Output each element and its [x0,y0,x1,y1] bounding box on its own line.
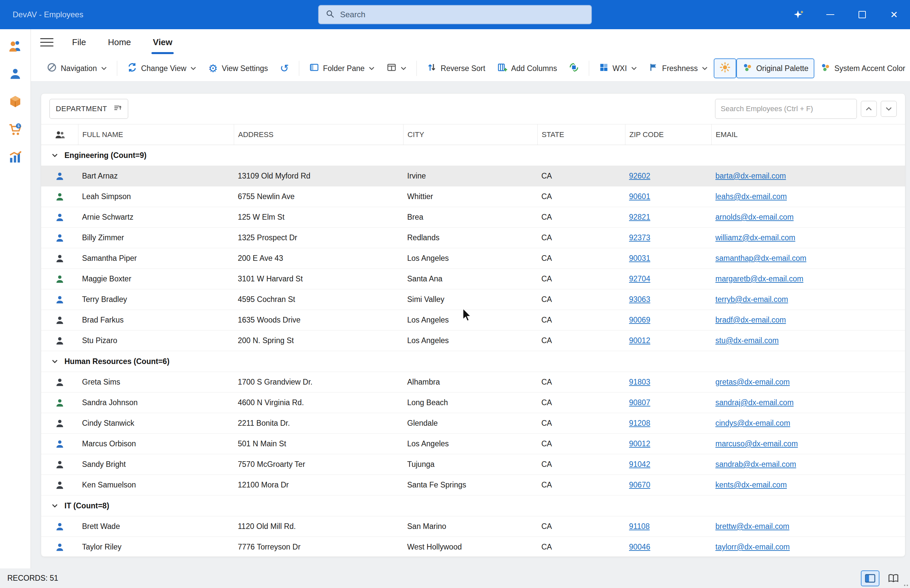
email-link[interactable]: kents@dx-email.com [716,480,787,489]
zip-link[interactable]: 90670 [629,480,650,489]
column-header-full-name[interactable]: FULL NAME [78,124,234,145]
zip-link[interactable]: 91803 [629,378,650,386]
person-icon [41,480,78,490]
zip-link[interactable]: 92704 [629,275,650,283]
email-link[interactable]: sandrab@dx-email.com [716,460,796,468]
folder-pane-button[interactable]: Folder Pane [303,58,381,78]
group-by-chip[interactable]: DEPARTMENT [50,99,128,119]
view-settings-button[interactable]: ⚙ View Settings [202,58,274,78]
table-row[interactable]: Sandra Johnson4600 N Virginia Rd.Long Be… [41,393,905,413]
email-link[interactable]: williamz@dx-email.com [716,233,795,242]
freshness-theme-button[interactable]: Freshness [643,58,714,78]
table-row[interactable]: Sandy Bright7570 McGroarty TerTujungaCA9… [41,454,905,475]
sidebar-item-sales[interactable]: $ [8,122,23,137]
table-row[interactable]: Bart Arnaz13109 Old Myford RdIrvineCA926… [41,166,905,186]
find-next-button[interactable] [881,101,897,117]
table-row[interactable]: Samantha Piper200 E Ave 43Los AngelesCA9… [41,248,905,269]
copilot-sparkle-icon[interactable] [782,0,814,29]
zip-link[interactable]: 90601 [629,192,650,201]
zip-link[interactable]: 90012 [629,439,650,448]
system-accent-color-button[interactable]: System Accent Color [814,58,910,78]
resize-grip[interactable] [904,582,908,586]
email-link[interactable]: sandraj@dx-email.com [716,398,794,407]
table-row[interactable]: Billy Zimmer1325 Prospect DrRedlandsCA92… [41,228,905,248]
sidebar-item-customers[interactable] [8,66,23,81]
column-header-email[interactable]: EMAIL [711,124,905,145]
table-row[interactable]: Taylor Riley7776 Torreyson DrWest Hollyw… [41,537,905,557]
column-header-state[interactable]: STATE [538,124,625,145]
email-link[interactable]: stu@dx-email.com [716,336,779,345]
zip-link[interactable]: 92602 [629,171,650,180]
zip-link[interactable]: 90807 [629,398,650,407]
sidebar-item-analytics[interactable] [8,150,23,165]
column-header-address[interactable]: ADDRESS [234,124,403,145]
group-header[interactable]: IT (Count=8) [41,496,905,516]
email-link[interactable]: gretas@dx-email.com [716,378,790,386]
table-row[interactable]: Cindy Stanwick2211 Bonita Dr.GlendaleCA9… [41,413,905,434]
chevron-down-icon[interactable] [51,358,58,365]
zip-link[interactable]: 91208 [629,419,650,427]
zip-link[interactable]: 91042 [629,460,650,468]
group-header[interactable]: Human Resources (Count=6) [41,351,905,372]
tab-file[interactable]: File [72,29,86,55]
reset-view-button[interactable]: ↺ [274,58,295,78]
table-row[interactable]: Maggie Boxter3101 W Harvard StSanta AnaC… [41,269,905,289]
maximize-button[interactable] [846,0,878,29]
add-columns-button[interactable]: Add Columns [491,58,563,78]
email-link[interactable]: barta@dx-email.com [716,171,786,180]
column-header-zip-code[interactable]: ZIP CODE [625,124,711,145]
zip-link[interactable]: 90031 [629,254,650,262]
zip-link[interactable]: 90069 [629,315,650,324]
original-palette-button[interactable]: Original Palette [736,58,814,78]
email-link[interactable]: arnolds@dx-email.com [716,213,794,221]
change-view-button[interactable]: Change View [121,58,202,78]
customize-columns-button[interactable] [563,58,585,78]
find-previous-button[interactable] [861,101,877,117]
close-button[interactable]: ✕ [878,0,910,29]
email-link[interactable]: leahs@dx-email.com [716,192,787,201]
hamburger-menu-icon[interactable] [40,36,53,49]
table-row[interactable]: Ken Samuelson12100 Mora DrSanta Fe Sprin… [41,475,905,496]
table-row[interactable]: Terry Bradley4595 Cochran StSimi ValleyC… [41,289,905,310]
list-view-toggle[interactable] [861,570,879,586]
group-header[interactable]: Engineering (Count=9) [41,145,905,166]
email-link[interactable]: cindys@dx-email.com [716,419,790,427]
zip-link[interactable]: 91108 [629,522,649,531]
wxi-theme-button[interactable]: WXI [593,58,643,78]
zip-link[interactable]: 92373 [629,233,650,242]
global-search-input[interactable] [340,10,585,19]
minimize-button[interactable] [814,0,846,29]
table-row[interactable]: Brad Farkus1635 Woods DriveLos AngelesCA… [41,310,905,331]
light-mode-button[interactable] [714,58,736,78]
sidebar-item-employees[interactable] [8,39,23,53]
table-row[interactable]: Stu Pizaro200 N. Spring StLos AngelesCA9… [41,331,905,351]
column-header-city[interactable]: CITY [403,124,538,145]
email-link[interactable]: samanthap@dx-email.com [716,254,806,262]
reading-view-toggle[interactable] [884,570,903,586]
table-row[interactable]: Marcus Orbison501 N Main StLos AngelesCA… [41,434,905,454]
table-row[interactable]: Brett Wade1120 Old Mill Rd.San MarinoCA9… [41,516,905,537]
email-link[interactable]: margaretb@dx-email.com [716,275,803,283]
navigation-button[interactable]: Navigation [41,58,113,78]
zip-link[interactable]: 90012 [629,336,650,345]
table-row[interactable]: Arnie Schwartz125 W Elm StBreaCA92821arn… [41,207,905,228]
table-row[interactable]: Leah Simpson6755 Newlin AveWhittierCA906… [41,186,905,207]
email-link[interactable]: brettw@dx-email.com [716,522,789,531]
sidebar-item-products[interactable] [8,94,23,109]
tab-home[interactable]: Home [108,29,131,55]
global-search-box[interactable] [318,5,592,24]
email-link[interactable]: bradf@dx-email.com [716,315,786,324]
email-link[interactable]: terryb@dx-email.com [716,295,788,304]
reading-pane-button[interactable] [381,58,413,78]
reverse-sort-button[interactable]: Reverse Sort [421,58,491,78]
search-employees-input[interactable] [715,99,857,119]
zip-link[interactable]: 90046 [629,543,650,551]
zip-link[interactable]: 92821 [629,213,650,221]
chevron-down-icon[interactable] [51,152,58,159]
chevron-down-icon[interactable] [51,502,58,509]
zip-link[interactable]: 93063 [629,295,650,304]
email-link[interactable]: taylorr@dx-email.com [716,543,790,551]
email-link[interactable]: marcuso@dx-email.com [716,439,798,448]
tab-view[interactable]: View [153,29,172,55]
table-row[interactable]: Greta Sims1700 S Grandview Dr.AlhambraCA… [41,372,905,393]
